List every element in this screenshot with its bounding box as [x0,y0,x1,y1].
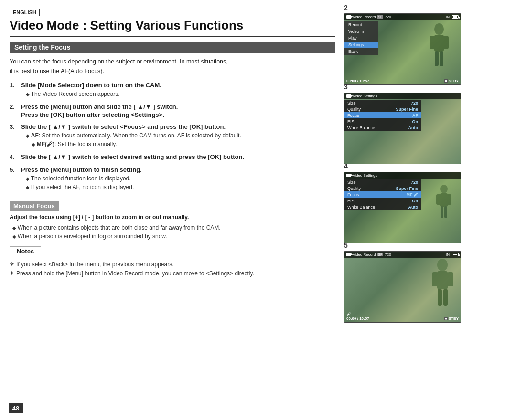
cam-4-settings: Size 720 Quality Super Fine Focus MF 🖋 E… [344,179,421,210]
settings-row-size-4: Size 720 [344,179,421,185]
svg-point-12 [437,259,448,271]
cam-screen-2: Video Record SF 720 IN Record Video In P… [344,13,461,85]
svg-rect-5 [440,51,443,66]
settings-label-size-3: Size [347,101,356,105]
step-5-bullet-1: The selected function icon is displayed. [26,175,131,182]
stby-box-5: ■ [444,317,448,320]
cam-5-label: Video Record [353,252,376,257]
note-item-1: If you select <Back> in the menu, the pr… [16,260,335,269]
stby-text-5: STBY [449,316,459,321]
menu-videoin: Video In [344,28,378,35]
settings-row-eis-4: EIS On [344,198,421,204]
step-4-content: Slide the [ ▲/▼ ] switch to select desir… [21,153,335,161]
cam-3-label: Video Settings [353,94,377,98]
step-3-main: Slide the [ ▲/▼ ] switch to select <Focu… [21,123,335,130]
svg-rect-16 [438,289,442,306]
step-3-bullet-2: MF(🖋): Set the focus manually. [32,140,335,148]
language-tag: ENGLISH [10,9,40,16]
manual-focus-bullet-1: When a picture contains objects that are… [12,223,335,232]
cam-5-topbar: Video Record SF 720 IN [344,252,461,258]
video-icon-4 [346,174,351,177]
settings-val-wb-4: Auto [408,205,419,210]
intro-text: You can set the focus depending on the s… [10,57,335,76]
menu-back: Back [344,48,378,55]
cam-screen-2-label: 2 [344,4,352,11]
svg-rect-14 [432,272,438,286]
settings-val-quality-4: Super Fine [396,186,418,191]
svg-point-0 [434,23,444,35]
step-2-number: 2. [10,103,19,110]
step-3-content: Slide the [ ▲/▼ ] switch to select <Focu… [21,123,335,148]
step-1-sub: The Video Record screen appears. [26,90,335,98]
step-4: 4. Slide the [ ▲/▼ ] switch to select de… [10,153,335,161]
svg-rect-9 [447,194,452,205]
step-5-sub: The selected function icon is displayed.… [26,174,335,191]
step-1-number: 1. [10,82,19,89]
video-icon-2 [346,15,351,19]
step-4-main: Slide the [ ▲/▼ ] switch to select desir… [21,153,335,160]
svg-rect-2 [430,36,435,49]
settings-label-wb-4: White Balance [347,205,375,210]
cam-screen-4-label: 4 [344,162,352,170]
cam-3-topbar: Video Settings [344,93,461,99]
step-3: 3. Slide the [ ▲/▼ ] switch to select <F… [10,123,335,148]
settings-label-focus-4: Focus [347,192,359,197]
settings-row-wb-3: White Balance Auto [344,125,421,131]
step-5-bullet-2: If you select the AF, no icon is display… [26,184,134,190]
cam-2-stby: ■ STBY [444,79,459,83]
cam-screen-5-wrapper: 5 🖋 Video Record [344,251,468,323]
title-divider [10,36,335,37]
step-3-bullet-1: AF: Set the focus automatically. When th… [26,132,241,139]
cam-screen-3-wrapper: 3 Video Settings Size 720 Quality Super … [344,93,468,164]
manual-focus-bullet-2: When a person is enveloped in fog or sur… [12,232,335,241]
step-5-content: Press the [Menu] button to finish settin… [21,166,335,191]
settings-row-focus-4: Focus MF 🖋 [344,191,421,198]
settings-label-quality-4: Quality [347,186,361,191]
step-5-number: 5. [10,166,19,173]
step-2-line2: Press the [OK] button after selecting <S… [21,111,335,118]
video-icon-5 [346,253,351,256]
cam-2-res: 720 [385,15,391,19]
step-2-content: Press the [Menu] button and slide the [ … [21,103,335,118]
cam-4-topbar: Video Settings [344,172,461,178]
settings-val-eis-4: On [412,199,419,203]
settings-label-quality-3: Quality [347,107,361,112]
note-item-2: Press and hold the [Menu] button in Vide… [16,269,335,278]
cam-2-time: 00:00 / 10:57 [346,79,369,83]
step-1-main: Slide [Mode Selector] down to turn on th… [21,82,335,89]
svg-rect-13 [437,271,448,289]
cam-screen-4-wrapper: 4 Video Settings [344,172,468,243]
cam-4-label: Video Settings [353,173,377,178]
settings-row-quality-3: Quality Super Fine [344,106,421,112]
settings-row-wb-4: White Balance Auto [344,204,421,210]
settings-val-wb-3: Auto [408,126,419,130]
main-title: Video Mode : Setting Various Functions [10,18,335,33]
settings-row-eis-3: EIS On [344,118,421,125]
cam-3-settings: Size 720 Quality Super Fine Focus AF EIS… [344,100,421,131]
cam-screen-5-label: 5 [344,242,352,249]
right-column: 2 Video Record SF [344,9,468,411]
settings-label-wb-3: White Balance [347,126,375,130]
stby-box-2: ■ [444,79,448,83]
settings-row-quality-4: Quality Super Fine [344,185,421,191]
video-icon-3 [346,94,351,98]
cam-screen-3: Video Settings Size 720 Quality Super Fi… [344,93,461,164]
svg-point-6 [440,185,448,193]
battery-2 [452,15,459,19]
cam-2-topbar: Video Record SF 720 IN [344,14,461,20]
settings-val-size-3: 720 [411,101,418,105]
section-header-focus: Setting the Focus [10,42,335,53]
menu-settings: Settings [344,42,378,48]
settings-row-focus-3: Focus AF [344,112,421,118]
settings-label-focus-3: Focus [347,113,359,118]
menu-play: Play [344,35,378,42]
settings-row-size-3: Size 720 [344,100,421,106]
cam-2-in: IN [446,15,450,19]
notes-box: Notes [10,246,41,256]
settings-val-focus-3: AF [412,113,418,118]
stby-text-2: STBY [449,79,459,83]
step-2-main: Press the [Menu] button and slide the [ … [21,103,335,110]
step-1-content: Slide [Mode Selector] down to turn on th… [21,82,335,98]
settings-val-size-4: 720 [411,180,418,185]
settings-val-quality-3: Super Fine [396,107,418,112]
